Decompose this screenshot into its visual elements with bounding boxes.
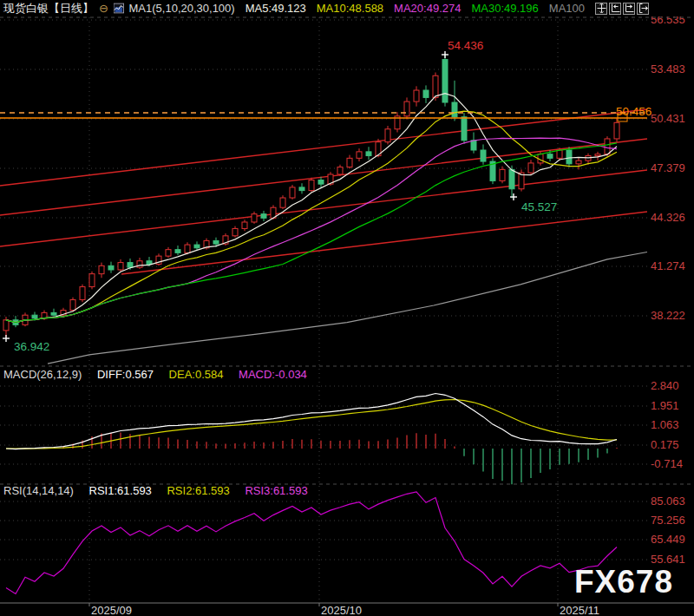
candle-body[interactable] <box>309 180 314 190</box>
rsi-header: RSI(14,14,14) RSI1:61.593 RSI2:61.593 RS… <box>3 484 320 497</box>
candle-body[interactable] <box>347 158 352 167</box>
candle-body[interactable] <box>89 274 95 287</box>
candle-body[interactable] <box>471 141 476 150</box>
y-axis-label: 65.449 <box>651 533 685 546</box>
candle-body[interactable] <box>318 180 324 184</box>
rsi1-value: RSI1:61.593 <box>89 484 152 497</box>
ma-settings-label: MA1(5,10,20,30,100) <box>129 2 235 15</box>
y-axis-label: 47.379 <box>651 161 685 174</box>
candle-body[interactable] <box>566 150 572 164</box>
chart-toolbar <box>595 3 649 15</box>
candle-body[interactable] <box>433 75 438 97</box>
candle-body[interactable] <box>605 139 610 154</box>
candle-body[interactable] <box>337 167 343 174</box>
candle-body[interactable] <box>194 245 200 248</box>
candle-body[interactable] <box>442 60 448 102</box>
candle-body[interactable] <box>547 154 553 159</box>
chart-canvas[interactable]: 56.53553.48350.43147.37944.32641.27438.2… <box>0 0 694 616</box>
candle-body[interactable] <box>557 150 562 158</box>
price-annotation: 54.436 <box>448 39 483 52</box>
candle-body[interactable] <box>500 169 505 180</box>
candle-body[interactable] <box>242 222 247 228</box>
candle-body[interactable] <box>299 187 304 191</box>
collapse-icon[interactable]: ⊖ <box>99 2 108 15</box>
candle-body[interactable] <box>290 187 295 198</box>
x-axis-label: 2025/10 <box>321 604 362 616</box>
candle-body[interactable] <box>147 261 152 265</box>
candle-body[interactable] <box>595 154 600 156</box>
rsi2-value: RSI2:61.593 <box>167 484 229 497</box>
y-axis-label: 50.431 <box>651 112 685 125</box>
macd-header: MACD(26,12,9) DIFF:0.567 DEA:0.584 MACD:… <box>3 368 319 381</box>
candle-body[interactable] <box>404 102 409 116</box>
candle-body[interactable] <box>528 163 534 173</box>
scale-right-icon[interactable] <box>623 3 635 15</box>
move-icon[interactable] <box>595 3 607 15</box>
candle-body[interactable] <box>414 90 419 102</box>
candle-body[interactable] <box>576 161 581 164</box>
macd-settings-label: MACD(26,12,9) <box>3 368 82 381</box>
candle-body[interactable] <box>452 102 457 117</box>
scale-left-icon[interactable] <box>609 3 621 15</box>
ma20-value: MA20:49.274 <box>394 2 461 15</box>
candle-body[interactable] <box>261 214 266 219</box>
candle-body[interactable] <box>252 214 257 222</box>
candlestick-chart-icon <box>114 3 124 14</box>
y-axis-label: 44.326 <box>651 211 685 224</box>
candle-body[interactable] <box>385 129 390 142</box>
candle-body[interactable] <box>80 287 85 300</box>
candle-body[interactable] <box>99 265 104 273</box>
y-axis-label: 85.063 <box>651 495 685 508</box>
candle-body[interactable] <box>357 152 362 158</box>
candle-body[interactable] <box>70 299 75 310</box>
candle-body[interactable] <box>509 169 514 188</box>
y-axis-label: -0.714 <box>651 457 683 470</box>
exit-icon[interactable] <box>637 3 649 15</box>
trendline[interactable] <box>121 212 647 274</box>
y-axis-label: 38.222 <box>651 309 685 322</box>
y-axis-label: 0.175 <box>651 438 679 451</box>
candle-body[interactable] <box>175 250 180 253</box>
ma100-line <box>48 252 647 364</box>
candle-body[interactable] <box>280 198 285 207</box>
x-axis-label: 2025/09 <box>91 604 132 616</box>
candle-body[interactable] <box>166 250 171 256</box>
y-axis-label: 2.840 <box>651 379 679 392</box>
candle-body[interactable] <box>137 261 142 267</box>
y-axis-label: 1.951 <box>651 399 679 412</box>
candle-body[interactable] <box>108 265 114 270</box>
candle-body[interactable] <box>3 320 9 331</box>
candle-body[interactable] <box>232 228 238 235</box>
candle-body[interactable] <box>213 240 219 244</box>
candle-body[interactable] <box>614 122 619 139</box>
ma30-line <box>6 143 617 323</box>
y-axis-label: 53.483 <box>651 62 685 75</box>
ma20-line <box>6 138 617 323</box>
rsi-settings-label: RSI(14,14,14) <box>3 484 74 497</box>
macd-diff-value: DIFF:0.567 <box>97 368 154 381</box>
candle-body[interactable] <box>32 315 37 318</box>
x-axis-label: 2025/11 <box>560 604 599 616</box>
candle-body[interactable] <box>462 117 467 141</box>
macd-dea-value: DEA:0.584 <box>169 368 224 381</box>
candle-body[interactable] <box>128 263 133 268</box>
candle-body[interactable] <box>481 150 486 161</box>
ma10-value: MA10:48.588 <box>317 2 383 15</box>
chart-header: 现货白银【日线】 ⊖ MA1(5,10,20,30,100) MA5:49.12… <box>0 0 694 16</box>
candle-body[interactable] <box>51 312 56 315</box>
y-axis-label: 75.256 <box>651 514 685 527</box>
y-axis-label: 41.274 <box>651 259 685 272</box>
candle-body[interactable] <box>423 90 429 97</box>
ma5-value: MA5:49.123 <box>246 2 306 15</box>
rsi-line <box>6 492 617 594</box>
candle-body[interactable] <box>366 152 371 156</box>
trading-chart-window: 现货白银【日线】 ⊖ MA1(5,10,20,30,100) MA5:49.12… <box>0 0 694 616</box>
candle-body[interactable] <box>185 245 190 252</box>
watermark: FX678 <box>574 564 673 600</box>
y-axis-label: 1.063 <box>651 418 679 431</box>
macd-hist-value: MACD:-0.034 <box>239 368 307 381</box>
candle-body[interactable] <box>118 263 123 270</box>
ma100-label: MA100 <box>549 2 585 15</box>
price-annotation: 45.527 <box>521 200 557 213</box>
trendline[interactable] <box>0 109 647 186</box>
